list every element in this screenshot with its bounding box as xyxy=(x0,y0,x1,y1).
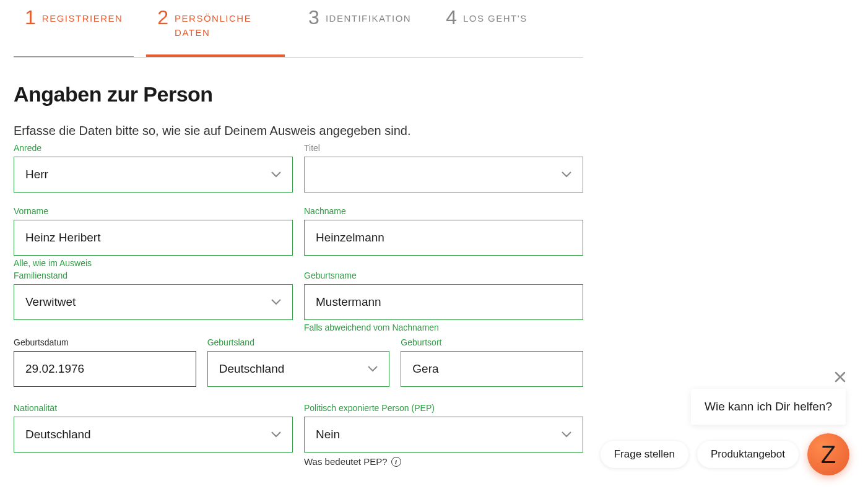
chat-widget: Wie kann ich Dir helfen? Frage stellen P… xyxy=(601,370,849,469)
step-persoenliche-daten[interactable]: 2 PERSÖNLICHE DATEN xyxy=(146,0,285,57)
chevron-down-icon xyxy=(271,171,281,178)
geburtsland-value: Deutschland xyxy=(219,362,285,376)
step-num: 3 xyxy=(308,7,319,27)
geburtsland-label: Geburtsland xyxy=(207,337,390,347)
stepper: 1 REGISTRIEREN 2 PERSÖNLICHE DATEN 3 IDE… xyxy=(14,0,583,58)
chevron-down-icon xyxy=(271,431,281,438)
subtitle: Erfasse die Daten bitte so, wie sie auf … xyxy=(14,124,583,138)
chevron-down-icon xyxy=(562,431,571,438)
close-icon xyxy=(835,371,846,383)
pep-select[interactable]: Nein xyxy=(304,417,583,453)
familienstand-select[interactable]: Verwitwet xyxy=(14,284,293,320)
step-los-gehts[interactable]: 4 LOS GEHT'S xyxy=(435,0,539,57)
vorname-label: Vorname xyxy=(14,206,293,216)
titel-label: Titel xyxy=(304,143,583,153)
chat-close-button[interactable] xyxy=(831,368,849,389)
geburtsdatum-value: 29.02.1976 xyxy=(25,362,84,376)
step-num: 4 xyxy=(446,7,457,27)
nachname-label: Nachname xyxy=(304,206,583,216)
step-label: LOS GEHT'S xyxy=(463,7,527,26)
step-registrieren[interactable]: 1 REGISTRIEREN xyxy=(14,0,134,57)
chevron-down-icon xyxy=(368,366,378,372)
nationalitaet-label: Nationalität xyxy=(14,403,293,413)
chat-bubble: Wie kann ich Dir helfen? xyxy=(691,389,846,425)
geburtsname-hint: Falls abweichend vom Nachnamen xyxy=(304,323,583,332)
geburtsort-value: Gera xyxy=(412,362,438,376)
step-label: IDENTIFIKATION xyxy=(326,7,411,26)
info-icon: i xyxy=(391,457,401,467)
pep-hint[interactable]: Was bedeutet PEP? i xyxy=(304,456,583,467)
step-label: REGISTRIEREN xyxy=(42,7,123,26)
geburtsname-input[interactable]: Mustermann xyxy=(304,284,583,320)
pep-hint-text: Was bedeutet PEP? xyxy=(304,456,388,467)
geburtsname-value: Mustermann xyxy=(316,295,381,309)
chat-ask-button[interactable]: Frage stellen xyxy=(601,441,688,468)
nationalitaet-value: Deutschland xyxy=(25,428,91,441)
step-num: 1 xyxy=(25,7,36,27)
nachname-input[interactable]: Heinzelmann xyxy=(304,220,583,256)
geburtsdatum-input[interactable]: 29.02.1976 xyxy=(14,351,196,387)
page-title: Angaben zur Person xyxy=(14,82,583,106)
geburtsname-label: Geburtsname xyxy=(304,271,583,280)
chevron-down-icon xyxy=(562,171,571,178)
titel-select[interactable] xyxy=(304,157,583,193)
chat-offer-button[interactable]: Produktangebot xyxy=(697,441,799,468)
pep-value: Nein xyxy=(316,428,340,441)
geburtsort-label: Geburtsort xyxy=(401,337,583,347)
step-label: PERSÖNLICHE DATEN xyxy=(175,7,274,40)
step-identifikation[interactable]: 3 IDENTIFIKATION xyxy=(297,0,422,57)
nachname-value: Heinzelmann xyxy=(316,231,384,245)
geburtsdatum-label: Geburtsdatum xyxy=(14,337,196,347)
spacer xyxy=(304,258,583,268)
familienstand-value: Verwitwet xyxy=(25,295,76,309)
vorname-hint: Alle, wie im Ausweis xyxy=(14,258,293,268)
vorname-input[interactable]: Heinz Heribert xyxy=(14,220,293,256)
step-num: 2 xyxy=(157,7,168,27)
pep-label: Politisch exponierte Person (PEP) xyxy=(304,403,583,413)
anrede-value: Herr xyxy=(25,168,48,181)
familienstand-label: Familienstand xyxy=(14,271,293,280)
chevron-down-icon xyxy=(271,299,281,305)
chat-actions: Frage stellen Produktangebot Z xyxy=(601,433,849,469)
geburtsort-input[interactable]: Gera xyxy=(401,351,583,387)
anrede-label: Anrede xyxy=(14,143,293,153)
geburtsland-select[interactable]: Deutschland xyxy=(207,351,390,387)
chat-fab-button[interactable]: Z xyxy=(807,433,849,469)
nationalitaet-select[interactable]: Deutschland xyxy=(14,417,293,453)
anrede-select[interactable]: Herr xyxy=(14,157,293,193)
vorname-value: Heinz Heribert xyxy=(25,231,100,245)
